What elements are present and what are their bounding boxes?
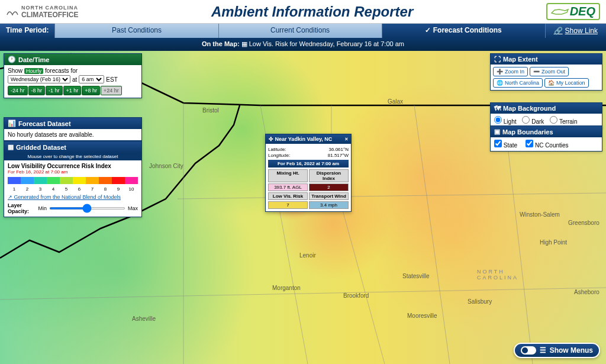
bound-state-check[interactable] [494,140,502,147]
map[interactable]: Galax Bristol Johnson City Lenoir Morgan… [0,51,606,364]
btn-minus-8hr[interactable]: -8 hr [28,86,46,95]
bg-terrain-option[interactable]: Terrain [550,116,577,125]
at-label: at [72,76,77,83]
opacity-max: Max [128,205,138,211]
toggle-icon [521,346,536,355]
gen-link[interactable]: ↗ Generated from the National Blend of M… [8,194,138,200]
time-period-label: Time Period: [0,24,54,38]
nc-climate-logo: NORTH CAROLINA CLIMATEOFFICE [6,5,78,19]
popup-time: For Feb 16, 2022 at 7:00 am [268,160,349,167]
bg-light-option[interactable]: Light [494,116,516,125]
for-date: For Feb 16, 2022 at 7:00 am [8,169,138,175]
tab-current[interactable]: Current Conditions [218,24,382,38]
legend-colors [8,177,138,184]
lowvis-v: 7 [268,201,308,209]
bg-dark-option[interactable]: Dark [522,116,544,125]
expand-icon: ⛶ [494,56,501,63]
index-label: Low Visibility Occurrence Risk Index [8,163,138,169]
time-select[interactable]: 6 am [79,75,104,83]
chart-icon: 📊 [8,120,16,127]
forecast-ds-header: 📊 Forecast Dataset [4,118,141,129]
extent-header: ⛶ Map Extent [491,54,602,65]
lat-value: 36.061°N [329,147,349,152]
map-bg-panel: 🗺 Map Background Light Dark Terrain [490,102,602,128]
layers-icon: 🗺 [494,105,501,112]
mixing-h: Mixing Ht. [268,169,308,182]
bg-terrain-radio[interactable] [550,116,557,124]
opacity-row: Layer Opacity: Min Max [8,202,138,214]
time-nav-buttons: -24 hr -8 hr -1 hr +1 hr +8 hr +24 hr [8,86,138,95]
date-select[interactable]: Wednesday (Feb 16) [8,75,70,83]
logo-icon [6,7,19,17]
boundary-icon: ▣ [494,128,500,136]
nc-extent-button[interactable]: 🌐North Carolina [493,78,543,88]
link-icon: 🔗 [554,27,563,35]
map-bound-panel: ▣ Map Boundaries State NC Counties [490,125,602,152]
plus-icon: ➕ [497,69,503,75]
popup-header: ✜ Near Yadkin Valley, NC × [266,134,351,144]
popup-close-button[interactable]: × [345,136,348,142]
gridded-dataset-panel: ▦ Gridded Dataset Mouse over to change t… [4,141,142,217]
tab-past[interactable]: Past Conditions [54,24,218,38]
btn-plus-1hr[interactable]: +1 hr [63,86,82,95]
bound-counties-option[interactable]: NC Counties [526,140,568,149]
deq-logo: DEQ [546,3,600,20]
forecast-ds-msg: No hourly datasets are available. [4,129,141,140]
tabs-bar: Time Period: Past Conditions Current Con… [0,24,606,38]
gridded-header: ▦ Gridded Dataset [4,141,141,153]
bg-light-radio[interactable] [494,116,502,124]
hamburger-icon: ☰ [540,346,546,355]
trans-v: 3.4 mph [309,201,349,209]
map-popup: ✜ Near Yadkin Valley, NC × Latitude:36.0… [265,134,352,212]
opacity-label: Layer Opacity: [8,202,36,214]
my-location-button[interactable]: 🏠My Location [544,78,589,88]
target-icon: ✜ [269,136,273,142]
disp-v: 2 [309,183,349,191]
lon-value: 81.517°W [328,153,349,158]
btn-minus-24hr[interactable]: -24 hr [8,86,28,95]
datetime-header: 🕐 Date/Time [4,54,141,65]
legend-nums: 12345678910 [8,186,138,192]
bound-counties-check[interactable] [526,140,533,147]
disp-h: Dispersion Index [309,169,349,182]
minus-icon: ➖ [533,69,540,75]
bg-header: 🗺 Map Background [491,103,602,114]
tab-forecast[interactable]: Forecast Conditions [382,24,545,38]
lat-label: Latitude: [268,147,286,152]
zoom-in-button[interactable]: ➕Zoom In [493,67,528,76]
gridded-sub: Mouse over to change the selected datase… [4,153,141,160]
zoom-out-button[interactable]: ➖Zoom Out [530,67,569,76]
clock-icon: 🕐 [8,56,16,63]
home-icon: 🏠 [548,80,555,86]
grid-icon: ▦ [241,40,249,47]
bound-state-option[interactable]: State [494,140,517,149]
btn-plus-24hr[interactable]: +24 hr [101,86,122,95]
lowvis-h: Low Vis. Risk [268,192,308,200]
header: NORTH CAROLINA CLIMATEOFFICE Ambient Inf… [0,0,606,24]
globe-icon: 🌐 [497,80,503,86]
page-title: Ambient Information Reporter [211,4,413,20]
btn-minus-1hr[interactable]: -1 hr [46,86,63,95]
grid-icon: ▦ [8,143,14,151]
mixing-v: 393.7 ft. AGL [268,183,308,191]
trans-h: Transport Wind [309,192,349,200]
show-label: Show [8,67,22,74]
show-menus-button[interactable]: ☰ Show Menus [514,343,600,358]
forecasts-for-label: forecasts for [45,67,78,74]
forecast-dataset-panel: 📊 Forecast Dataset No hourly datasets ar… [4,117,142,141]
bg-dark-radio[interactable] [522,116,530,124]
lon-label: Longitude: [268,153,290,158]
on-map-bar: On the Map: ▦ Low Vis. Risk for Wednesda… [0,38,606,51]
external-icon: ↗ [8,194,12,200]
hourly-badge[interactable]: Hourly [24,68,43,74]
opacity-slider[interactable] [49,207,125,210]
map-extent-panel: ⛶ Map Extent ➕Zoom In ➖Zoom Out 🌐North C… [490,53,602,91]
bound-header: ▣ Map Boundaries [491,126,602,137]
btn-plus-8hr[interactable]: +8 hr [82,86,100,95]
opacity-min: Min [38,205,47,211]
tz-label: EST [106,76,117,83]
show-link-button[interactable]: 🔗 Show Link [545,24,606,38]
datetime-panel: 🕐 Date/Time Show Hourly forecasts for We… [4,53,142,98]
